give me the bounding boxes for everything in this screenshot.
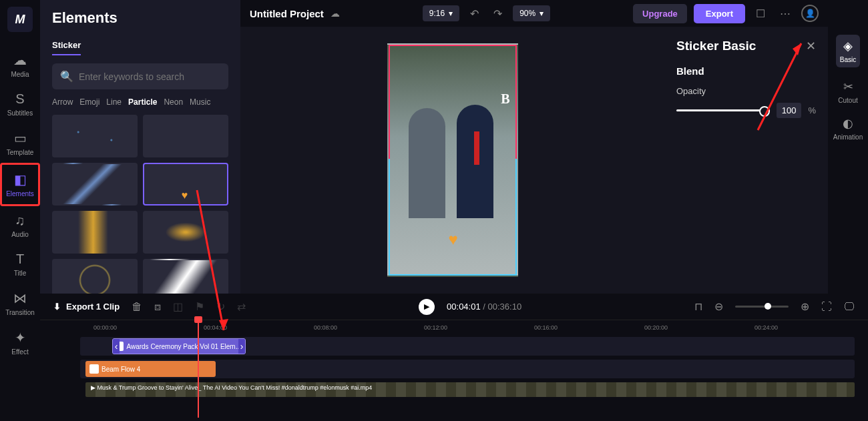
export-clip-button[interactable]: ⬇Export 1 Clip [53, 302, 120, 312]
opacity-value[interactable]: 100 [777, 103, 802, 118]
nav-title[interactable]: TTitle [0, 245, 40, 284]
nav-audio[interactable]: ♫Audio [0, 206, 40, 245]
preview-watermark: B [501, 91, 509, 107]
sticker-item-selected[interactable]: ♥ [143, 163, 228, 205]
tab-label: Basic [840, 56, 856, 63]
tab-label: Cutout [838, 97, 857, 104]
nav-template[interactable]: ▭Template [0, 123, 40, 163]
upgrade-button[interactable]: Upgrade [633, 4, 687, 23]
cat-emoji[interactable]: Emoji [79, 97, 99, 107]
playhead[interactable] [198, 318, 199, 418]
track-sticker[interactable]: Awards Ceremony Pack Vol 01 Elem... [80, 337, 855, 356]
time-display: 00:04:01 / 00:36:10 [447, 302, 521, 312]
aspect-ratio-button[interactable]: 9:16▾ [423, 5, 459, 21]
animation-icon: ◐ [843, 116, 853, 131]
nav-label: Elements [6, 190, 34, 197]
crop-icon[interactable]: ◫ [173, 300, 183, 313]
preview-area: B ♥ [240, 27, 664, 294]
audio-icon: ♫ [15, 213, 25, 228]
sticker-item[interactable] [52, 115, 138, 157]
sticker-item[interactable] [143, 115, 228, 157]
more-icon[interactable]: ⋯ [776, 7, 795, 20]
cat-neon[interactable]: Neon [164, 97, 183, 107]
fit-icon[interactable]: ⛶ [821, 301, 832, 313]
text-icon: T [16, 252, 24, 267]
magnet-icon[interactable]: ⊓ [694, 300, 702, 313]
cloud-save-icon[interactable]: ☁ [331, 8, 340, 19]
ruler-mark: 00:00:00 [93, 324, 117, 331]
cat-line[interactable]: Line [106, 97, 122, 107]
track-effect[interactable]: Beam Flow 4 [80, 360, 855, 378]
cat-particle[interactable]: Particle [128, 97, 157, 107]
app-logo[interactable]: M [7, 7, 33, 32]
far-right-tabs: ◈Basic ✂Cutout ◐Animation [828, 27, 868, 294]
sticker-clip-icon [117, 342, 124, 351]
nav-elements[interactable]: ◧Elements [0, 163, 40, 206]
project-name[interactable]: Untitled Project [250, 8, 324, 19]
preview-figure [409, 108, 445, 218]
cat-arrow[interactable]: Arrow [52, 97, 73, 107]
clip-sticker[interactable]: Awards Ceremony Pack Vol 01 Elem... [112, 338, 246, 354]
subtitle-icon: S [15, 91, 24, 107]
sticker-item[interactable] [52, 163, 138, 205]
nav-label: Effect [11, 348, 28, 356]
preview-canvas[interactable]: B ♥ [387, 43, 518, 277]
effect-clip-icon [89, 364, 99, 374]
template-icon: ▭ [14, 130, 27, 146]
timeline-ruler[interactable]: 00:00:00 00:04:00 00:08:00 00:12:00 00:1… [40, 320, 868, 337]
track-video[interactable]: ▶ Musk & Trump Groove to Stayin' Alive_ … [85, 382, 855, 397]
tab-sticker[interactable]: Sticker [52, 40, 81, 55]
zoom-in-icon[interactable]: ⊕ [801, 300, 809, 313]
left-sidebar: M ☁Media SSubtitles ▭Template ◧Elements … [0, 0, 40, 421]
search-box[interactable]: 🔍 [52, 63, 228, 89]
tab-label: Animation [833, 133, 863, 141]
zoom-out-icon[interactable]: ⊖ [714, 300, 723, 313]
tab-basic[interactable]: ◈Basic [836, 35, 860, 67]
account-icon[interactable]: 👤 [801, 5, 819, 22]
nav-label: Template [7, 149, 34, 156]
search-icon: 🔍 [60, 70, 73, 83]
cat-music[interactable]: Music [190, 97, 210, 107]
video-clip-label: ▶ Musk & Trump Groove to Stayin' Alive_ … [91, 384, 372, 391]
preview-figure [474, 131, 479, 165]
ruler-mark: 00:12:00 [424, 324, 447, 331]
nav-transition[interactable]: ⋈Transition [0, 284, 40, 323]
nav-media[interactable]: ☁Media [0, 45, 40, 85]
chevron-down-icon: ▾ [449, 9, 453, 18]
undo-icon[interactable]: ↶ [466, 7, 483, 20]
sticker-item[interactable] [143, 211, 228, 254]
mirror-icon[interactable]: ⇄ [237, 300, 246, 313]
nav-subtitles[interactable]: SSubtitles [0, 85, 40, 123]
fullscreen-icon[interactable]: 🖵 [844, 301, 855, 313]
sticker-item[interactable] [52, 211, 138, 254]
nav-effect[interactable]: ✦Effect [0, 323, 40, 362]
category-row: Arrow Emoji Line Particle Neon Music [52, 97, 228, 107]
cloud-icon: ☁ [13, 52, 27, 68]
rotate-icon[interactable]: ↻ [216, 300, 225, 313]
nav-label: Media [11, 71, 29, 78]
tab-animation[interactable]: ◐Animation [833, 116, 863, 141]
close-icon[interactable]: ✕ [806, 39, 816, 53]
export-button[interactable]: Export [694, 4, 745, 23]
redo-icon[interactable]: ↷ [489, 7, 506, 20]
heart-sticker[interactable]: ♥ [449, 230, 458, 249]
transition-icon: ⋈ [13, 290, 27, 306]
split-icon[interactable]: ⧈ [154, 301, 161, 313]
timeline-toolbar: ⬇Export 1 Clip 🗑 ⧈ ◫ ⚑ ↻ ⇄ ▶ 00:04:01 / … [40, 294, 868, 320]
percent-label: % [808, 105, 816, 115]
download-icon: ⬇ [53, 302, 61, 312]
search-input[interactable] [79, 71, 220, 82]
timeline-zoom-slider[interactable] [735, 306, 789, 308]
delete-icon[interactable]: 🗑 [132, 301, 142, 313]
opacity-slider-row: 100 % [676, 103, 816, 118]
basic-icon: ◈ [843, 39, 853, 53]
opacity-slider[interactable] [676, 109, 770, 111]
clip-effect[interactable]: Beam Flow 4 [85, 361, 216, 377]
flag-icon[interactable]: ⚑ [195, 300, 204, 313]
nav-label: Title [14, 270, 27, 277]
tasks-icon[interactable]: ☐ [752, 7, 769, 20]
tab-cutout[interactable]: ✂Cutout [838, 79, 857, 104]
zoom-button[interactable]: 90%▾ [513, 5, 550, 21]
play-button[interactable]: ▶ [419, 299, 435, 315]
nav-label: Subtitles [7, 109, 33, 117]
